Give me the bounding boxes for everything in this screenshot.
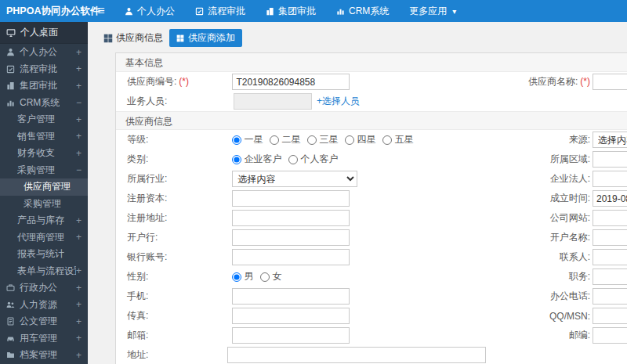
expander-icon[interactable]: + xyxy=(76,81,82,92)
field-label: 手机: xyxy=(116,290,232,303)
nav-more-apps[interactable]: 更多应用 ▾ xyxy=(399,0,466,22)
capital-input[interactable] xyxy=(232,190,350,207)
required-mark: (*) xyxy=(179,76,189,87)
sidebar-item-agent-mgmt[interactable]: 代理商管理 + xyxy=(0,229,88,247)
field-label: 邮编: xyxy=(457,329,590,342)
bank-input[interactable] xyxy=(232,229,350,246)
topbar: PHPOA协同办公软件 ≡ 个人办公 流程审批 集团审批 CRM系统 更多应用 … xyxy=(0,0,627,22)
collapse-icon[interactable]: − xyxy=(76,97,82,108)
nav-group-approval[interactable]: 集团审批 xyxy=(256,0,326,22)
reg-address-input[interactable] xyxy=(232,210,350,226)
sidebar-item-desktop[interactable]: 个人桌面 xyxy=(0,22,88,44)
sidebar-item-official-doc[interactable]: 公文管理 + xyxy=(0,313,88,330)
expander-icon[interactable]: + xyxy=(76,148,82,159)
bank-account-input[interactable] xyxy=(232,249,350,265)
bank-name-input[interactable] xyxy=(593,229,627,246)
level-radio-4[interactable]: 四星 xyxy=(345,133,375,146)
sidebar-item-admin-office[interactable]: 行政办公 + xyxy=(0,279,88,297)
sidebar-item-form-flow-settings[interactable]: 表单与流程设置 + xyxy=(0,263,88,280)
nav-process-approval[interactable]: 流程审批 xyxy=(185,0,256,22)
choose-person-link[interactable]: +选择人员 xyxy=(317,95,360,108)
nav-personal-office[interactable]: 个人办公 xyxy=(114,0,185,22)
sidebar-item-product-inventory[interactable]: 产品与库存 + xyxy=(0,212,88,229)
expander-icon[interactable]: + xyxy=(76,299,82,310)
sidebar-item-purchase-mgmt[interactable]: 采购管理 − xyxy=(0,162,88,179)
supplier-code-input[interactable] xyxy=(232,74,350,90)
industry-select[interactable]: 选择内容 xyxy=(232,171,357,187)
region-input[interactable] xyxy=(593,151,627,168)
sidebar-item-process-approval[interactable]: 流程审批 + xyxy=(0,61,88,78)
address-input[interactable] xyxy=(227,347,486,363)
staff-input[interactable] xyxy=(234,93,312,110)
level-radio-1[interactable]: 一星 xyxy=(232,133,263,146)
qq-msn-input[interactable] xyxy=(593,308,627,324)
website-input[interactable] xyxy=(593,210,627,226)
form-row: 地址: xyxy=(116,345,627,364)
expander-icon[interactable]: + xyxy=(76,114,82,125)
people-icon xyxy=(6,301,15,309)
zip-input[interactable] xyxy=(593,327,627,344)
gender-radio-male[interactable]: 男 xyxy=(232,270,253,283)
gender-radio-female[interactable]: 女 xyxy=(260,270,281,283)
field-label: 传真: xyxy=(116,309,232,323)
caret-down-icon: ▾ xyxy=(452,7,456,16)
building-icon xyxy=(6,81,15,90)
sidebar-item-hr[interactable]: 人力资源 + xyxy=(0,297,88,314)
nav-label: 流程审批 xyxy=(208,5,245,18)
field-label: 邮箱: xyxy=(116,329,232,342)
sidebar-item-personal-office[interactable]: 个人办公 + xyxy=(0,44,88,61)
fax-input[interactable] xyxy=(232,308,350,324)
category-radio-enterprise[interactable]: 企业客户 xyxy=(232,153,281,166)
required-mark: (*) xyxy=(580,76,590,87)
tab-label: 供应商添加 xyxy=(188,31,235,45)
field-label: 供应商名称:(*) xyxy=(457,75,590,88)
field-label: 来源: xyxy=(457,133,590,146)
founded-date-input[interactable] xyxy=(593,190,627,207)
mobile-input[interactable] xyxy=(232,288,350,305)
nav-crm-system[interactable]: CRM系统 xyxy=(326,0,399,22)
sidebar-item-archive-mgmt[interactable]: 档案管理 + xyxy=(0,347,88,364)
position-input[interactable] xyxy=(593,268,627,285)
expander-icon[interactable]: + xyxy=(76,47,82,58)
expander-icon[interactable]: + xyxy=(76,215,82,226)
contact-input[interactable] xyxy=(593,249,627,265)
sidebar-item-reports[interactable]: 报表与统计 xyxy=(0,246,88,263)
level-radio-5[interactable]: 五星 xyxy=(382,133,413,146)
nav-label: 集团审批 xyxy=(278,5,316,18)
field-label: 注册地址: xyxy=(116,211,232,225)
expander-icon[interactable]: + xyxy=(76,316,82,327)
email-input[interactable] xyxy=(232,327,350,344)
sidebar-item-finance[interactable]: 财务收支 + xyxy=(0,145,88,162)
sidebar-item-customer-mgmt[interactable]: 客户管理 + xyxy=(0,111,88,128)
expander-icon[interactable]: + xyxy=(76,232,82,243)
expander-icon[interactable]: + xyxy=(76,333,82,344)
sidebar-item-crm[interactable]: CRM系统 − xyxy=(0,95,88,112)
expander-icon[interactable]: + xyxy=(76,63,82,74)
supplier-add-form: 基本信息 供应商编号:(*) 供应商名称:(*) 业务人员: +选择人员 供应商… xyxy=(115,52,627,364)
sidebar-item-group-approval[interactable]: 集团审批 + xyxy=(0,77,88,95)
expander-icon[interactable]: + xyxy=(76,131,82,142)
tab-supplier-add[interactable]: 供应商添加 xyxy=(169,29,242,47)
level-radio-2[interactable]: 二星 xyxy=(270,133,300,146)
supplier-name-input[interactable] xyxy=(593,74,627,90)
expander-icon[interactable]: + xyxy=(76,265,82,276)
expander-icon[interactable]: + xyxy=(76,283,82,294)
nav-label: 更多应用 xyxy=(409,5,447,18)
main-content: 供应商信息 供应商添加 基本信息 供应商编号:(*) 供应商名称:(*) 业务人… xyxy=(88,22,627,364)
source-select[interactable]: 选择内容 xyxy=(593,132,627,148)
menu-toggle-icon[interactable]: ≡ xyxy=(88,4,114,18)
office-phone-input[interactable] xyxy=(593,288,627,305)
sidebar-item-purchase-mgmt-sub[interactable]: 采购管理 xyxy=(0,196,88,213)
form-row: 性别: 男 女 职务: xyxy=(116,267,627,287)
legal-person-input[interactable] xyxy=(593,171,627,187)
level-radio-3[interactable]: 三星 xyxy=(307,133,338,146)
collapse-icon[interactable]: − xyxy=(76,164,82,175)
tab-supplier-info[interactable]: 供应商信息 xyxy=(103,31,163,45)
expander-icon[interactable]: + xyxy=(76,350,82,361)
tab-label: 供应商信息 xyxy=(116,31,163,45)
sidebar-item-sales-mgmt[interactable]: 销售管理 + xyxy=(0,128,88,146)
field-label: QQ/MSN: xyxy=(457,311,590,322)
category-radio-personal[interactable]: 个人客户 xyxy=(288,153,338,166)
sidebar-item-supplier-mgmt[interactable]: 供应商管理 xyxy=(0,178,88,196)
sidebar-item-vehicle-mgmt[interactable]: 用车管理 + xyxy=(0,330,88,348)
